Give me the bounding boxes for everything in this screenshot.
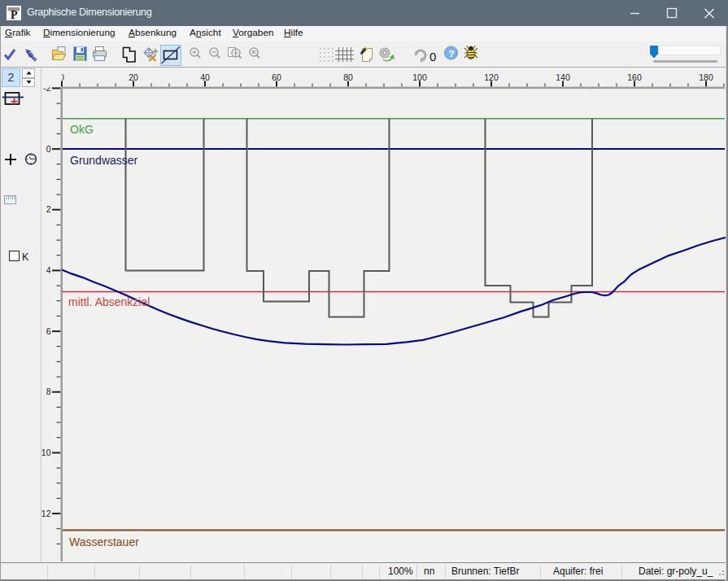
- svg-text:12: 12: [41, 509, 51, 518]
- svg-text:?: ?: [449, 49, 455, 59]
- svg-text:0: 0: [46, 144, 51, 154]
- svg-text:OkG: OkG: [70, 123, 94, 136]
- svg-text:10: 10: [41, 448, 51, 457]
- svg-text:2: 2: [46, 204, 51, 214]
- svg-text:6: 6: [46, 326, 51, 336]
- svg-text:40: 40: [200, 72, 210, 82]
- svg-text:P: P: [11, 9, 18, 20]
- svg-text:4: 4: [46, 265, 51, 275]
- svg-text:160: 160: [627, 72, 642, 82]
- svg-text:0: 0: [59, 72, 64, 82]
- svg-text:60: 60: [272, 72, 281, 82]
- svg-text:8: 8: [46, 387, 51, 396]
- svg-text:mittl. Absenkziel: mittl. Absenkziel: [68, 295, 150, 308]
- svg-text:120: 120: [484, 72, 499, 82]
- svg-text:140: 140: [556, 72, 570, 82]
- svg-text:20: 20: [129, 72, 138, 82]
- svg-text:-2: -2: [43, 83, 50, 93]
- svg-text:80: 80: [343, 72, 353, 82]
- svg-text:180: 180: [699, 72, 713, 82]
- svg-text:Wasserstauer: Wasserstauer: [69, 535, 139, 548]
- svg-text:Grundwasser: Grundwasser: [70, 154, 138, 167]
- svg-text:100: 100: [412, 72, 427, 82]
- svg-text:0: 0: [429, 50, 436, 63]
